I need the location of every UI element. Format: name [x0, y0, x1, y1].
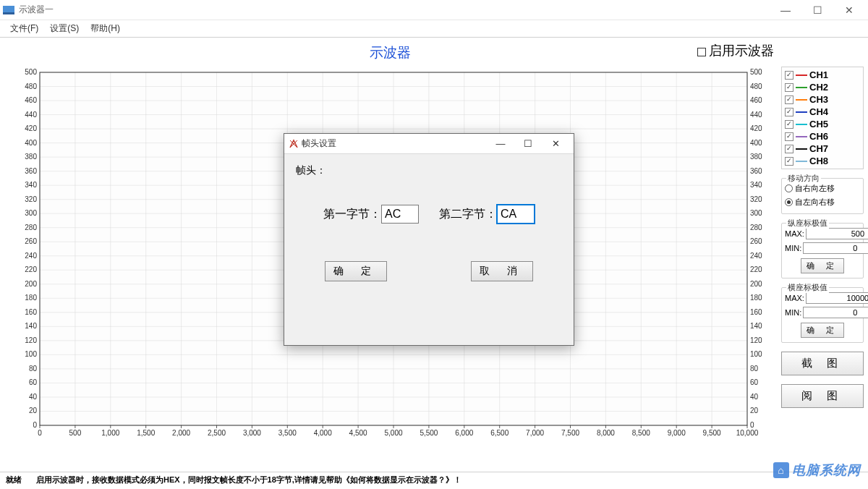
legend-label: CH2: [809, 82, 828, 93]
svg-text:3,000: 3,000: [243, 429, 261, 437]
minimize-button[interactable]: —: [770, 0, 801, 20]
xmin-input[interactable]: [803, 307, 868, 318]
legend-color-swatch: [796, 161, 807, 162]
svg-text:460: 460: [750, 96, 762, 104]
xmax-input[interactable]: [806, 292, 868, 304]
svg-text:140: 140: [750, 322, 762, 330]
xlimits-confirm-button[interactable]: 确 定: [801, 323, 844, 338]
legend-item-ch2[interactable]: ✓CH2: [785, 81, 860, 93]
enable-label: 启用示波器: [709, 43, 774, 58]
enable-oscilloscope[interactable]: 启用示波器: [697, 42, 774, 59]
legend-label: CH6: [809, 131, 828, 142]
ymax-input[interactable]: [806, 228, 868, 239]
legend-label: CH7: [809, 143, 828, 154]
byte2-input[interactable]: [497, 205, 535, 224]
svg-text:140: 140: [25, 322, 37, 330]
legend-color-swatch: [796, 111, 807, 113]
svg-text:120: 120: [25, 336, 37, 344]
legend-item-ch5[interactable]: ✓CH5: [785, 118, 860, 130]
byte1-field: 第一字节：: [323, 205, 419, 224]
svg-text:10,000: 10,000: [736, 429, 759, 437]
frame-header-dialog: 帧头设置 — ☐ ✕ 帧头： 第一字节： 第二字节： 确 定 取 消: [284, 133, 574, 346]
legend-checkbox[interactable]: ✓: [785, 145, 793, 153]
svg-text:400: 400: [25, 139, 37, 147]
svg-text:5,500: 5,500: [420, 429, 438, 437]
svg-text:60: 60: [750, 378, 759, 386]
svg-text:240: 240: [25, 252, 37, 260]
legend-checkbox[interactable]: ✓: [785, 132, 793, 141]
svg-text:9,500: 9,500: [703, 429, 721, 437]
ymin-input[interactable]: [803, 242, 868, 254]
legend-checkbox[interactable]: ✓: [785, 120, 793, 129]
svg-text:280: 280: [750, 224, 762, 231]
svg-text:1,000: 1,000: [101, 429, 119, 437]
legend-item-ch1[interactable]: ✓CH1: [785, 69, 860, 81]
legend-item-ch7[interactable]: ✓CH7: [785, 143, 860, 155]
dialog-header-label: 帧头：: [296, 161, 562, 197]
svg-text:8,000: 8,000: [597, 429, 615, 437]
legend-checkbox[interactable]: ✓: [785, 157, 793, 166]
app-icon: [3, 4, 14, 16]
svg-text:6,500: 6,500: [490, 429, 509, 437]
dialog-cancel-button[interactable]: 取 消: [471, 261, 533, 281]
dialog-maximize-button[interactable]: ☐: [514, 135, 542, 153]
dialog-titlebar: 帧头设置 — ☐ ✕: [284, 134, 574, 154]
read-button[interactable]: 阅 图: [781, 384, 864, 408]
menu-file[interactable]: 文件(F): [4, 21, 44, 36]
enable-checkbox[interactable]: [697, 48, 706, 56]
direction-opt2[interactable]: 自左向右移: [785, 195, 860, 209]
legend-checkbox[interactable]: ✓: [785, 71, 793, 80]
dialog-ok-button[interactable]: 确 定: [325, 261, 387, 281]
menu-settings[interactable]: 设置(S): [44, 21, 85, 36]
ylimits-title: 纵座标极值: [786, 218, 829, 229]
svg-text:160: 160: [750, 308, 762, 316]
maximize-button[interactable]: ☐: [801, 0, 833, 20]
legend-item-ch8[interactable]: ✓CH8: [785, 155, 860, 167]
legend-label: CH8: [809, 156, 828, 166]
legend-checkbox[interactable]: ✓: [785, 83, 793, 92]
window-titlebar: 示波器一 — ☐ ✕: [0, 0, 868, 20]
byte2-label: 第二字节：: [439, 207, 497, 222]
legend-checkbox[interactable]: ✓: [785, 108, 793, 116]
svg-text:240: 240: [750, 252, 762, 260]
svg-text:80: 80: [29, 365, 38, 373]
legend-item-ch6[interactable]: ✓CH6: [785, 130, 860, 143]
svg-text:320: 320: [750, 195, 762, 203]
svg-text:0: 0: [38, 429, 42, 437]
dialog-title: 帧头设置: [302, 137, 487, 150]
svg-text:0: 0: [33, 421, 37, 429]
svg-text:420: 420: [25, 124, 37, 132]
svg-text:200: 200: [25, 280, 37, 288]
xlimits-title: 横座标极值: [786, 282, 829, 293]
svg-text:500: 500: [25, 68, 37, 76]
ymin-label: MIN:: [785, 244, 801, 252]
xlimits-group: 横座标极值 MAX: MIN: 确 定: [781, 287, 864, 343]
svg-text:3,500: 3,500: [278, 429, 297, 437]
window-title: 示波器一: [19, 4, 770, 16]
legend-color-swatch: [796, 75, 807, 76]
svg-text:120: 120: [750, 336, 762, 344]
close-button[interactable]: ✕: [833, 0, 865, 20]
statusbar: 就绪 启用示波器时，接收数据模式必须为HEX，同时报文帧长度不小于18字节,详情…: [0, 472, 868, 488]
legend-item-ch4[interactable]: ✓CH4: [785, 106, 860, 118]
legend-label: CH4: [809, 106, 828, 117]
screenshot-button[interactable]: 截 图: [781, 352, 864, 375]
svg-text:340: 340: [750, 181, 762, 189]
dialog-body: 帧头： 第一字节： 第二字节： 确 定 取 消: [284, 154, 574, 289]
ymax-label: MAX:: [785, 229, 804, 238]
dialog-close-button[interactable]: ✕: [542, 135, 569, 153]
legend-label: CH5: [809, 119, 828, 129]
svg-text:80: 80: [750, 365, 759, 373]
menu-help[interactable]: 帮助(H): [85, 21, 126, 36]
legend-color-swatch: [796, 136, 807, 137]
svg-text:40: 40: [750, 393, 759, 401]
ylimits-confirm-button[interactable]: 确 定: [801, 258, 844, 273]
byte1-input[interactable]: [381, 205, 419, 224]
legend-color-swatch: [796, 99, 807, 101]
dialog-minimize-button[interactable]: —: [487, 135, 514, 153]
legend-checkbox[interactable]: ✓: [785, 95, 793, 104]
status-hint: 启用示波器时，接收数据模式必须为HEX，同时报文帧长度不小于18字节,详情请见帮…: [36, 475, 461, 485]
svg-text:480: 480: [750, 82, 762, 90]
svg-text:400: 400: [750, 139, 762, 147]
legend-item-ch3[interactable]: ✓CH3: [785, 93, 860, 106]
